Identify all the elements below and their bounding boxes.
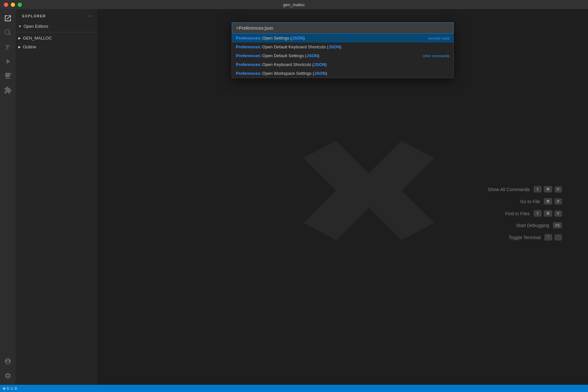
extensions-activity-icon[interactable]: [1, 84, 14, 97]
shortcut-label-debug: Start Debugging: [516, 223, 549, 228]
shortcut-row-show-all: Show All Commands ⇧ ⌘ P: [488, 186, 562, 192]
warning-icon: ⚠: [10, 386, 13, 391]
command-text-0: Open Settings (JSON): [262, 36, 423, 41]
shortcut-key-f5: F5: [553, 222, 562, 228]
shortcut-label-show-all: Show All Commands: [488, 187, 530, 192]
command-badge-other: other commands: [417, 54, 449, 58]
command-text-1: Open Default Keyboard Shortcuts (JSON): [262, 44, 449, 49]
outline-header[interactable]: ▶ Outline: [16, 44, 97, 50]
shortcut-key-ctrl: ⌃: [545, 234, 552, 240]
gen-malloc-chevron: ▶: [18, 36, 21, 40]
run-activity-icon[interactable]: [1, 55, 14, 68]
main-content: Show All Commands ⇧ ⌘ P Go to File ⌘ P F…: [97, 9, 588, 385]
command-prefix-3: Preferences:: [236, 62, 262, 67]
activity-bar: [0, 9, 16, 385]
command-text-3: Open Keyboard Shortcuts (JSON): [262, 62, 449, 67]
gen-malloc-header[interactable]: ▶ GEN_MALLOC: [16, 35, 97, 41]
shortcut-key-shift: ⇧: [534, 186, 541, 192]
gen-malloc-label: GEN_MALLOC: [23, 36, 52, 41]
titlebar: gen_malloc: [0, 0, 588, 9]
shortcut-key-backtick: `: [555, 234, 562, 240]
shortcut-label-goto-file: Go to File: [520, 199, 540, 204]
shortcut-row-terminal: Toggle Terminal ⌃ `: [488, 234, 562, 240]
statusbar: ⊗ 0 ⚠ 0: [0, 385, 588, 392]
outline-label: Outline: [23, 44, 36, 49]
command-input-wrapper: [232, 23, 453, 34]
close-button[interactable]: [4, 3, 8, 7]
shortcut-row-debug: Start Debugging F5: [488, 222, 562, 228]
command-text-2: Open Default Settings (JSON): [262, 53, 417, 58]
settings-activity-icon[interactable]: [1, 369, 14, 382]
shortcut-key-shift2: ⇧: [534, 210, 541, 217]
shortcut-key-f: F: [555, 210, 562, 216]
command-item-2[interactable]: Preferences: Open Default Settings (JSON…: [232, 51, 453, 60]
command-text-4: Open Workspace Settings (JSON): [262, 71, 449, 76]
warning-count: 0: [15, 386, 17, 390]
remote-explorer-activity-icon[interactable]: [1, 69, 14, 82]
command-json-3: JSON: [314, 62, 325, 67]
command-item-4[interactable]: Preferences: Open Workspace Settings (JS…: [232, 69, 453, 78]
shortcut-row-find-files: Find in Files ⇧ ⌘ F: [488, 210, 562, 217]
command-prefix-2: Preferences:: [236, 53, 262, 58]
open-editors-header[interactable]: ▼ Open Editors: [16, 23, 97, 29]
shortcut-key-cmd2: ⌘: [544, 198, 552, 204]
window-controls: [4, 3, 22, 7]
sidebar-more-button[interactable]: ···: [88, 12, 93, 19]
sidebar-title: Explorer: [22, 14, 46, 18]
sidebar-divider-1: [16, 32, 97, 32]
command-item-1[interactable]: Preferences: Open Default Keyboard Short…: [232, 42, 453, 51]
command-palette-input[interactable]: [232, 23, 453, 34]
command-badge-recently: recently used: [423, 36, 449, 40]
outline-chevron: ▶: [18, 45, 21, 49]
minimize-button[interactable]: [11, 3, 15, 7]
command-item-0[interactable]: Preferences: Open Settings (JSON) recent…: [232, 34, 453, 42]
shortcut-label-terminal: Toggle Terminal: [509, 235, 541, 240]
command-json-4: JSON: [314, 71, 326, 76]
command-item-3[interactable]: Preferences: Open Keyboard Shortcuts (JS…: [232, 60, 453, 69]
maximize-button[interactable]: [18, 3, 22, 7]
command-results: Preferences: Open Settings (JSON) recent…: [232, 34, 453, 78]
sidebar: Explorer ··· ▼ Open Editors ▶ GEN_MALLOC…: [16, 9, 97, 385]
explorer-activity-icon[interactable]: [1, 12, 14, 25]
open-editors-section: ▼ Open Editors: [16, 22, 97, 31]
shortcut-key-cmd: ⌘: [544, 186, 552, 192]
open-editors-chevron: ▼: [18, 24, 22, 28]
shortcuts-panel: Show All Commands ⇧ ⌘ P Go to File ⌘ P F…: [488, 186, 562, 240]
shortcut-label-find-files: Find in Files: [505, 211, 530, 216]
command-json-1: JSON: [328, 44, 340, 49]
shortcut-key-cmd3: ⌘: [544, 210, 552, 217]
account-activity-icon[interactable]: [1, 355, 14, 368]
sidebar-header: Explorer ···: [16, 9, 97, 22]
command-palette: Preferences: Open Settings (JSON) recent…: [232, 22, 454, 78]
command-json-0: JSON: [292, 36, 303, 41]
activity-bar-bottom: [1, 355, 14, 385]
app-layout: Explorer ··· ▼ Open Editors ▶ GEN_MALLOC…: [0, 9, 588, 385]
open-editors-label: Open Editors: [24, 24, 48, 29]
command-prefix-4: Preferences:: [236, 71, 262, 76]
search-activity-icon[interactable]: [1, 26, 14, 39]
shortcut-key-p2: P: [555, 198, 562, 204]
gen-malloc-section: ▶ GEN_MALLOC: [16, 34, 97, 42]
outline-section: ▶ Outline: [16, 42, 97, 51]
command-json-2: JSON: [306, 53, 318, 58]
shortcut-key-p: P: [555, 186, 562, 192]
vscode-watermark: [303, 131, 434, 263]
window-title: gen_malloc: [283, 2, 305, 7]
source-control-activity-icon[interactable]: [1, 41, 14, 54]
error-icon: ⊗: [3, 386, 6, 391]
statusbar-errors[interactable]: ⊗ 0 ⚠ 0: [3, 386, 17, 391]
command-prefix-1: Preferences:: [236, 44, 262, 49]
error-count: 0: [7, 386, 9, 390]
shortcut-row-goto-file: Go to File ⌘ P: [488, 198, 562, 204]
command-prefix-0: Preferences:: [236, 36, 262, 41]
